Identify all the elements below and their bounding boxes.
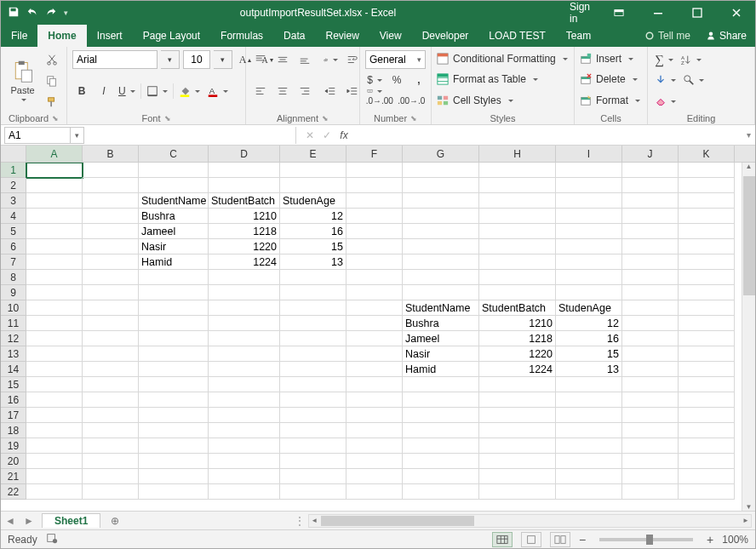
cell[interactable]: 1218: [209, 224, 280, 239]
cell[interactable]: [346, 377, 403, 392]
cell[interactable]: [139, 178, 209, 193]
cell[interactable]: [346, 469, 403, 484]
cell[interactable]: 15: [556, 346, 622, 362]
cell[interactable]: [26, 316, 83, 331]
cell[interactable]: [209, 454, 280, 469]
cell[interactable]: [479, 285, 556, 300]
cell[interactable]: 1210: [479, 316, 556, 331]
wrap-text-icon[interactable]: [343, 50, 362, 69]
cell[interactable]: [83, 300, 139, 316]
cell[interactable]: [346, 209, 403, 224]
autosum-icon[interactable]: ∑: [653, 50, 675, 69]
row-header[interactable]: 4: [1, 209, 26, 224]
cell[interactable]: [679, 163, 735, 178]
cell[interactable]: [83, 346, 139, 362]
cell[interactable]: [479, 377, 556, 392]
cell[interactable]: Hamid: [403, 362, 479, 377]
cell[interactable]: [403, 193, 479, 209]
fill-color-icon[interactable]: [177, 82, 202, 100]
cell[interactable]: 13: [556, 362, 622, 377]
sort-filter-icon[interactable]: AZ: [679, 50, 703, 69]
tab-formulas[interactable]: Formulas: [210, 25, 273, 47]
cell[interactable]: [26, 224, 83, 239]
worksheet-grid[interactable]: ABCDEFGHIJK 123StudentNameStudentBatchSt…: [1, 146, 755, 511]
cell[interactable]: [280, 316, 346, 331]
cell[interactable]: 15: [280, 239, 346, 254]
cell[interactable]: [479, 193, 556, 209]
cell[interactable]: [622, 254, 679, 270]
share-button[interactable]: Share: [697, 25, 755, 47]
cell[interactable]: [26, 469, 83, 484]
find-select-icon[interactable]: [681, 71, 706, 89]
cell[interactable]: [622, 178, 679, 193]
tab-insert[interactable]: Insert: [87, 25, 133, 47]
cell[interactable]: [622, 224, 679, 239]
underline-button[interactable]: U: [117, 82, 137, 100]
cell[interactable]: StudentBatch: [479, 300, 556, 316]
row-header[interactable]: 11: [1, 316, 26, 331]
cell[interactable]: [280, 408, 346, 423]
column-header[interactable]: D: [209, 146, 280, 162]
cell[interactable]: [403, 239, 479, 254]
cell[interactable]: 1210: [209, 209, 280, 224]
tab-file[interactable]: File: [1, 25, 37, 47]
cell[interactable]: [280, 285, 346, 300]
select-all-corner[interactable]: [1, 146, 26, 162]
cell[interactable]: [83, 270, 139, 285]
cell[interactable]: StudentName: [403, 300, 479, 316]
cell[interactable]: [679, 423, 735, 438]
format-cells-button[interactable]: Format: [580, 92, 642, 109]
cell[interactable]: [622, 285, 679, 300]
cell[interactable]: [26, 392, 83, 408]
cell[interactable]: [622, 484, 679, 500]
cell[interactable]: [622, 454, 679, 469]
horizontal-scrollbar[interactable]: ◄►: [308, 514, 752, 528]
cell[interactable]: [280, 454, 346, 469]
cell[interactable]: [346, 423, 403, 438]
sign-in-button[interactable]: Sign in: [561, 1, 598, 25]
cell[interactable]: [679, 362, 735, 377]
cell[interactable]: [139, 362, 209, 377]
row-header[interactable]: 22: [1, 484, 26, 500]
row-header[interactable]: 17: [1, 408, 26, 423]
cell[interactable]: [479, 454, 556, 469]
page-layout-view-icon[interactable]: [521, 532, 541, 547]
align-middle-icon[interactable]: [273, 50, 292, 69]
cell[interactable]: [403, 469, 479, 484]
cell[interactable]: [556, 392, 622, 408]
cell[interactable]: [556, 239, 622, 254]
cell[interactable]: [479, 224, 556, 239]
undo-icon[interactable]: [26, 6, 38, 20]
row-header[interactable]: 20: [1, 454, 26, 469]
align-center-icon[interactable]: [273, 82, 292, 100]
cell[interactable]: [403, 484, 479, 500]
cell[interactable]: [83, 484, 139, 500]
normal-view-icon[interactable]: [492, 532, 513, 547]
number-format-select[interactable]: General▾: [365, 50, 426, 69]
cell[interactable]: [556, 408, 622, 423]
cell[interactable]: [83, 163, 139, 178]
cell[interactable]: [403, 392, 479, 408]
cell[interactable]: [403, 438, 479, 454]
cell[interactable]: [209, 469, 280, 484]
cell[interactable]: [556, 469, 622, 484]
column-header[interactable]: K: [679, 146, 735, 162]
cell[interactable]: [622, 423, 679, 438]
cell[interactable]: [346, 454, 403, 469]
tab-view[interactable]: View: [369, 25, 412, 47]
zoom-in-icon[interactable]: +: [707, 533, 713, 546]
cell[interactable]: [479, 438, 556, 454]
cell[interactable]: [679, 224, 735, 239]
percent-format-icon[interactable]: %: [387, 71, 406, 89]
cell[interactable]: [622, 377, 679, 392]
font-name-dropdown-icon[interactable]: ▾: [161, 50, 180, 69]
cell[interactable]: [403, 254, 479, 270]
row-header[interactable]: 21: [1, 469, 26, 484]
cell[interactable]: StudenAge: [280, 193, 346, 209]
cell[interactable]: [209, 285, 280, 300]
cell[interactable]: [26, 346, 83, 362]
cell[interactable]: [556, 484, 622, 500]
cell[interactable]: Jameel: [139, 224, 209, 239]
format-as-table-button[interactable]: Format as Table: [437, 71, 569, 88]
column-header[interactable]: C: [139, 146, 209, 162]
